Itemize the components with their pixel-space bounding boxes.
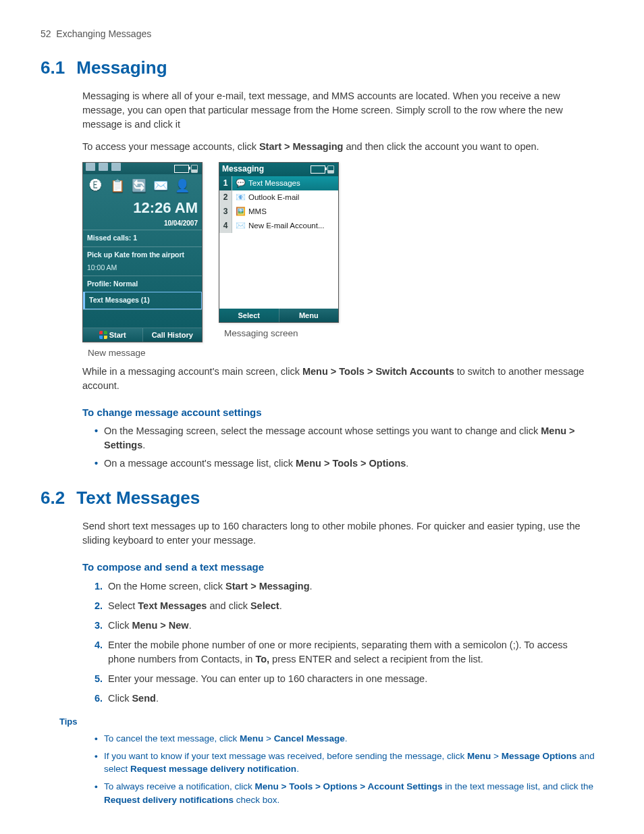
softkey-select: Select: [219, 309, 279, 322]
home-row-empty: [83, 309, 202, 328]
signal-icon: [327, 165, 334, 174]
step-item: Enter your message. You can enter up to …: [95, 672, 597, 686]
page-header: 52 Exchanging Messages: [41, 27, 603, 41]
subheading-compose-send: To compose and send a text message: [82, 560, 597, 575]
home-row-task: Pick up Kate from the airport: [83, 246, 202, 263]
windows-flag-icon: [99, 331, 107, 339]
tips-label: Tips: [59, 716, 597, 729]
para: Send short text messages up to 160 chara…: [82, 519, 597, 548]
row-label: Text Messages: [248, 178, 300, 189]
home-row-profile: Profile: Normal: [83, 276, 202, 292]
home-row-missed: Missed calls: 1: [83, 230, 202, 246]
figures-row: 🅔 📋 🔄 ✉️ 👤 12:26 AM 10/04/2007 Missed ca…: [82, 162, 597, 359]
clock-date: 10/04/2007: [87, 219, 198, 229]
section-number: 6.1: [41, 55, 72, 81]
ie-icon: 🅔: [86, 176, 106, 195]
tip-item: To always receive a notification, click …: [95, 780, 597, 806]
home-row-textmessages: Text Messages (1): [83, 292, 202, 309]
chapter-title: Exchanging Messages: [56, 28, 151, 39]
text-messages-icon: 💬: [235, 179, 246, 188]
row-label: Outlook E-mail: [248, 192, 299, 203]
figure-caption: New message: [88, 346, 146, 360]
status-bar: [83, 163, 202, 174]
row-number: 2: [219, 190, 232, 205]
softkeys: Start Call History: [83, 328, 202, 342]
para: While in a messaging account's main scre…: [82, 365, 597, 393]
para: To access your message accounts, click S…: [82, 140, 597, 154]
page-number: 52: [41, 28, 51, 39]
figure-caption: Messaging screen: [224, 327, 298, 340]
tip-item: To cancel the text message, click Menu >…: [95, 732, 597, 746]
list-item: 4 ✉️ New E-mail Account...: [219, 219, 338, 233]
messaging-list: 1 💬 Text Messages 2 📧 Outlook E-mail 3 🖼…: [219, 176, 338, 309]
contact-icon: 👤: [172, 176, 192, 195]
home-icons-row: 🅔 📋 🔄 ✉️ 👤: [83, 174, 202, 197]
mail-icon: ✉️: [151, 176, 171, 195]
home-row-task-time: 10:00 AM: [83, 263, 202, 276]
section-6-2-title: 6.2 Text Messages: [41, 486, 603, 511]
tasks-icon: 📋: [107, 176, 128, 195]
softkeys: Select Menu: [219, 309, 338, 322]
softkey-start: Start: [83, 328, 142, 342]
section-6-1-title: 6.1 Messaging: [41, 55, 603, 81]
tip-item: If you want to know if your text message…: [95, 750, 597, 776]
mail-status-icon: [99, 163, 108, 171]
row-number: 3: [219, 205, 232, 219]
softkey-call-history: Call History: [142, 328, 203, 342]
row-label: MMS: [248, 206, 267, 217]
section-name: Text Messages: [76, 488, 200, 508]
new-account-icon: ✉️: [235, 221, 246, 231]
clock: 12:26 AM 10/04/2007: [83, 197, 202, 230]
para: Messaging is where all of your e-mail, t…: [82, 89, 597, 132]
figure-messaging-screen: Messaging 1 💬 Text Messages 2 📧: [219, 162, 339, 323]
step-item: On the Home screen, click Start > Messag…: [95, 579, 597, 594]
row-label: New E-mail Account...: [248, 220, 324, 232]
network-1x-icon: [111, 163, 121, 171]
bullet-item: On a message account's message list, cli…: [95, 457, 597, 471]
battery-icon: [174, 165, 189, 173]
phone-icon: [86, 163, 95, 171]
mms-icon: 🖼️: [235, 207, 246, 217]
step-item: Select Text Messages and click Select.: [95, 599, 597, 613]
row-number: 1: [219, 176, 232, 190]
list-item: 3 🖼️ MMS: [219, 205, 338, 219]
subheading-change-settings: To change message account settings: [82, 405, 597, 420]
softkey-menu: Menu: [279, 309, 339, 322]
battery-icon: [311, 165, 325, 174]
signal-icon: [191, 165, 198, 173]
activesync-icon: 🔄: [129, 176, 149, 195]
section-number: 6.2: [41, 486, 72, 511]
section-name: Messaging: [76, 57, 167, 78]
step-item: Enter the mobile phone number of one or …: [95, 638, 597, 667]
titlebar: Messaging: [219, 163, 338, 176]
bullet-item: On the Messaging screen, select the mess…: [95, 424, 597, 452]
row-number: 4: [219, 219, 232, 233]
list-item: 2 📧 Outlook E-mail: [219, 190, 338, 205]
step-item: Click Menu > New.: [95, 619, 597, 633]
figure-home-screen: 🅔 📋 🔄 ✉️ 👤 12:26 AM 10/04/2007 Missed ca…: [82, 162, 203, 342]
step-item: Click Send.: [95, 692, 597, 706]
list-item: 1 💬 Text Messages: [219, 176, 338, 190]
outlook-icon: 📧: [235, 193, 246, 203]
clock-time: 12:26 AM: [87, 197, 198, 219]
